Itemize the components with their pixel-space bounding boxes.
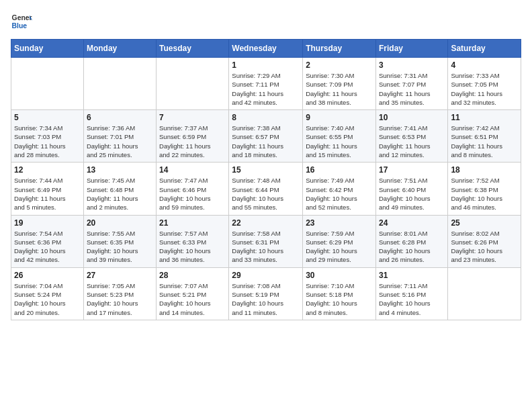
- calendar-cell: 11Sunrise: 7:42 AM Sunset: 6:51 PM Dayli…: [448, 110, 521, 163]
- day-info: Sunrise: 7:59 AM Sunset: 6:29 PM Dayligh…: [306, 229, 373, 265]
- day-number: 4: [451, 60, 518, 70]
- day-number: 30: [306, 271, 373, 280]
- day-info: Sunrise: 7:07 AM Sunset: 5:21 PM Dayligh…: [159, 281, 226, 317]
- calendar-cell: 30Sunrise: 7:10 AM Sunset: 5:18 PM Dayli…: [303, 267, 376, 320]
- day-number: 18: [451, 165, 518, 175]
- calendar-cell: 25Sunrise: 8:02 AM Sunset: 6:26 PM Dayli…: [448, 215, 521, 267]
- day-info: Sunrise: 7:54 AM Sunset: 6:36 PM Dayligh…: [14, 229, 81, 265]
- calendar-table: SundayMondayTuesdayWednesdayThursdayFrid…: [11, 39, 521, 320]
- calendar-cell: 16Sunrise: 7:49 AM Sunset: 6:42 PM Dayli…: [303, 163, 376, 215]
- day-number: 22: [232, 218, 300, 228]
- calendar-cell: 14Sunrise: 7:47 AM Sunset: 6:46 PM Dayli…: [157, 163, 229, 215]
- day-number: 24: [379, 218, 445, 228]
- page-header: General Blue: [11, 11, 521, 32]
- day-number: 7: [159, 113, 226, 122]
- day-number: 12: [14, 165, 81, 175]
- calendar-cell: 29Sunrise: 7:08 AM Sunset: 5:19 PM Dayli…: [229, 267, 303, 320]
- day-number: 20: [87, 218, 153, 228]
- calendar-cell: 6Sunrise: 7:36 AM Sunset: 7:01 PM Daylig…: [83, 110, 156, 163]
- day-number: 8: [232, 113, 300, 122]
- day-number: 15: [232, 165, 300, 175]
- day-info: Sunrise: 7:41 AM Sunset: 6:53 PM Dayligh…: [379, 124, 445, 159]
- calendar-cell: 5Sunrise: 7:34 AM Sunset: 7:03 PM Daylig…: [11, 110, 84, 163]
- day-info: Sunrise: 7:36 AM Sunset: 7:01 PM Dayligh…: [87, 124, 153, 159]
- calendar-cell: 28Sunrise: 7:07 AM Sunset: 5:21 PM Dayli…: [157, 267, 229, 320]
- day-info: Sunrise: 7:33 AM Sunset: 7:05 PM Dayligh…: [451, 71, 518, 107]
- calendar-cell: [448, 267, 521, 320]
- calendar-cell: 27Sunrise: 7:05 AM Sunset: 5:23 PM Dayli…: [83, 267, 156, 320]
- day-number: 29: [232, 271, 300, 280]
- calendar-cell: 22Sunrise: 7:58 AM Sunset: 6:31 PM Dayli…: [229, 215, 303, 267]
- day-number: 6: [87, 113, 153, 122]
- day-info: Sunrise: 7:11 AM Sunset: 5:16 PM Dayligh…: [379, 281, 445, 317]
- day-number: 11: [451, 113, 518, 122]
- calendar-cell: [157, 58, 229, 110]
- day-info: Sunrise: 7:30 AM Sunset: 7:09 PM Dayligh…: [306, 71, 373, 107]
- day-info: Sunrise: 7:34 AM Sunset: 7:03 PM Dayligh…: [14, 124, 81, 159]
- weekday-header-saturday: Saturday: [448, 40, 521, 58]
- svg-text:General: General: [12, 14, 32, 21]
- day-number: 16: [306, 165, 373, 175]
- day-info: Sunrise: 7:10 AM Sunset: 5:18 PM Dayligh…: [306, 281, 373, 317]
- day-number: 17: [379, 165, 445, 175]
- day-info: Sunrise: 7:49 AM Sunset: 6:42 PM Dayligh…: [306, 176, 373, 212]
- calendar-cell: 26Sunrise: 7:04 AM Sunset: 5:24 PM Dayli…: [11, 267, 84, 320]
- day-info: Sunrise: 8:01 AM Sunset: 6:28 PM Dayligh…: [379, 229, 445, 265]
- day-number: 31: [379, 271, 445, 280]
- calendar-cell: 23Sunrise: 7:59 AM Sunset: 6:29 PM Dayli…: [303, 215, 376, 267]
- svg-text:Blue: Blue: [12, 22, 28, 30]
- day-number: 21: [159, 218, 226, 228]
- calendar-cell: 1Sunrise: 7:29 AM Sunset: 7:11 PM Daylig…: [229, 58, 303, 110]
- day-number: 27: [87, 271, 153, 280]
- calendar-cell: 9Sunrise: 7:40 AM Sunset: 6:55 PM Daylig…: [303, 110, 376, 163]
- day-number: 9: [306, 113, 373, 122]
- calendar-cell: 3Sunrise: 7:31 AM Sunset: 7:07 PM Daylig…: [375, 58, 447, 110]
- weekday-header-wednesday: Wednesday: [229, 40, 303, 58]
- calendar-cell: 18Sunrise: 7:52 AM Sunset: 6:38 PM Dayli…: [448, 163, 521, 215]
- day-number: 14: [159, 165, 226, 175]
- day-info: Sunrise: 7:57 AM Sunset: 6:33 PM Dayligh…: [159, 229, 226, 265]
- day-number: 13: [87, 165, 153, 175]
- day-number: 26: [14, 271, 81, 280]
- weekday-header-sunday: Sunday: [11, 40, 84, 58]
- calendar-header-row: SundayMondayTuesdayWednesdayThursdayFrid…: [11, 40, 521, 58]
- day-number: 2: [306, 60, 373, 70]
- day-number: 5: [14, 113, 81, 122]
- day-info: Sunrise: 7:47 AM Sunset: 6:46 PM Dayligh…: [159, 176, 226, 212]
- day-number: 23: [306, 218, 373, 228]
- day-info: Sunrise: 7:05 AM Sunset: 5:23 PM Dayligh…: [87, 281, 153, 317]
- day-number: 3: [379, 60, 445, 70]
- calendar-cell: 17Sunrise: 7:51 AM Sunset: 6:40 PM Dayli…: [375, 163, 447, 215]
- calendar-week-5: 26Sunrise: 7:04 AM Sunset: 5:24 PM Dayli…: [11, 267, 521, 320]
- logo: General Blue: [11, 11, 32, 32]
- calendar-week-3: 12Sunrise: 7:44 AM Sunset: 6:49 PM Dayli…: [11, 163, 521, 215]
- day-info: Sunrise: 7:38 AM Sunset: 6:57 PM Dayligh…: [232, 124, 300, 159]
- day-number: 1: [232, 60, 300, 70]
- calendar-cell: 12Sunrise: 7:44 AM Sunset: 6:49 PM Dayli…: [11, 163, 84, 215]
- calendar-cell: [11, 58, 84, 110]
- weekday-header-thursday: Thursday: [303, 40, 376, 58]
- calendar-cell: 10Sunrise: 7:41 AM Sunset: 6:53 PM Dayli…: [375, 110, 447, 163]
- day-info: Sunrise: 7:45 AM Sunset: 6:48 PM Dayligh…: [87, 176, 153, 212]
- calendar-cell: 31Sunrise: 7:11 AM Sunset: 5:16 PM Dayli…: [375, 267, 447, 320]
- day-number: 25: [451, 218, 518, 228]
- day-number: 10: [379, 113, 445, 122]
- calendar-cell: 7Sunrise: 7:37 AM Sunset: 6:59 PM Daylig…: [157, 110, 229, 163]
- day-info: Sunrise: 7:42 AM Sunset: 6:51 PM Dayligh…: [451, 124, 518, 159]
- calendar-cell: 20Sunrise: 7:55 AM Sunset: 6:35 PM Dayli…: [83, 215, 156, 267]
- day-info: Sunrise: 7:40 AM Sunset: 6:55 PM Dayligh…: [306, 124, 373, 159]
- weekday-header-monday: Monday: [83, 40, 156, 58]
- day-info: Sunrise: 7:29 AM Sunset: 7:11 PM Dayligh…: [232, 71, 300, 107]
- weekday-header-friday: Friday: [375, 40, 447, 58]
- calendar-cell: 24Sunrise: 8:01 AM Sunset: 6:28 PM Dayli…: [375, 215, 447, 267]
- day-info: Sunrise: 7:55 AM Sunset: 6:35 PM Dayligh…: [87, 229, 153, 265]
- day-info: Sunrise: 8:02 AM Sunset: 6:26 PM Dayligh…: [451, 229, 518, 265]
- calendar-week-4: 19Sunrise: 7:54 AM Sunset: 6:36 PM Dayli…: [11, 215, 521, 267]
- calendar-cell: 4Sunrise: 7:33 AM Sunset: 7:05 PM Daylig…: [448, 58, 521, 110]
- calendar-cell: [83, 58, 156, 110]
- calendar-cell: 21Sunrise: 7:57 AM Sunset: 6:33 PM Dayli…: [157, 215, 229, 267]
- calendar-week-1: 1Sunrise: 7:29 AM Sunset: 7:11 PM Daylig…: [11, 58, 521, 110]
- calendar-cell: 8Sunrise: 7:38 AM Sunset: 6:57 PM Daylig…: [229, 110, 303, 163]
- weekday-header-tuesday: Tuesday: [157, 40, 229, 58]
- day-info: Sunrise: 7:04 AM Sunset: 5:24 PM Dayligh…: [14, 281, 81, 317]
